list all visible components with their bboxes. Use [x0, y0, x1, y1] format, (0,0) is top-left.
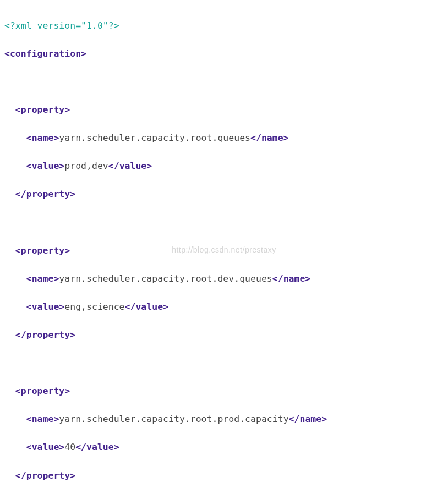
value-line: <value>40</value>	[4, 440, 444, 454]
value-close-tag: </value>	[108, 161, 152, 171]
value-close-tag: </value>	[75, 442, 119, 452]
value-text: 40	[64, 442, 75, 452]
name-text: yarn.scheduler.capacity.root.queues	[59, 133, 250, 143]
configuration-open-line: <configuration>	[4, 47, 444, 61]
property-close-tag: </property>	[15, 189, 75, 199]
property-close-line: </property>	[4, 469, 444, 483]
xml-declaration: <?xml version="1.0"?>	[4, 20, 119, 31]
name-line: <name>yarn.scheduler.capacity.root.queue…	[4, 131, 444, 145]
name-open-tag: <name>	[26, 273, 59, 284]
value-open-tag: <value>	[26, 301, 65, 312]
property-close-line: </property>	[4, 328, 444, 342]
name-close-tag: </name>	[289, 414, 327, 424]
name-open-tag: <name>	[26, 133, 59, 143]
value-open-tag: <value>	[26, 442, 65, 452]
property-open-line: <property>	[4, 384, 444, 398]
name-line: <name>yarn.scheduler.capacity.root.dev.q…	[4, 272, 444, 286]
property-close-line: </property>	[4, 187, 444, 201]
name-line: <name>yarn.scheduler.capacity.root.prod.…	[4, 412, 444, 426]
name-open-tag: <name>	[26, 414, 59, 424]
xml-code-block: <?xml version="1.0"?> <configuration> <p…	[4, 4, 444, 499]
value-text: eng,science	[64, 301, 124, 312]
property-close-tag: </property>	[15, 330, 75, 340]
property-open-tag: <property>	[15, 386, 70, 396]
name-text: yarn.scheduler.capacity.root.dev.queues	[59, 273, 272, 284]
value-open-tag: <value>	[26, 161, 65, 171]
value-line: <value>prod,dev</value>	[4, 159, 444, 173]
value-close-tag: </value>	[125, 301, 168, 312]
value-text: prod,dev	[64, 161, 108, 171]
name-close-tag: </name>	[272, 273, 311, 284]
property-open-line: <property>	[4, 103, 444, 117]
property-close-tag: </property>	[15, 470, 75, 481]
property-open-line: <property>	[4, 244, 444, 258]
property-open-tag: <property>	[15, 105, 70, 115]
name-close-tag: </name>	[250, 133, 289, 143]
configuration-open-tag: <configuration>	[4, 48, 86, 59]
xml-declaration-line: <?xml version="1.0"?>	[4, 19, 444, 33]
name-text: yarn.scheduler.capacity.root.prod.capaci…	[59, 414, 288, 424]
value-line: <value>eng,science</value>	[4, 300, 444, 314]
property-open-tag: <property>	[15, 245, 70, 256]
